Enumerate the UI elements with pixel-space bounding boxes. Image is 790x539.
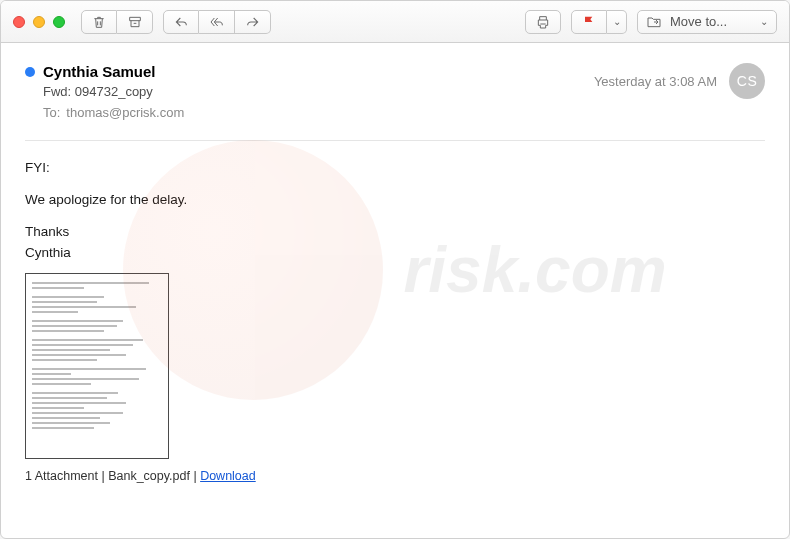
flag-button[interactable] [571, 10, 607, 34]
sender-name[interactable]: Cynthia Samuel [43, 63, 156, 80]
attachment-footer: 1 Attachment | Bank_copy.pdf | Download [25, 469, 765, 483]
reply-icon [173, 14, 189, 30]
print-group [525, 10, 561, 34]
archive-icon [127, 14, 143, 30]
trash-icon [91, 14, 107, 30]
body-line: We apologize for the delay. [25, 191, 765, 210]
download-link[interactable]: Download [200, 469, 256, 483]
header-right: Yesterday at 3:08 AM CS [594, 63, 765, 99]
flag-icon [581, 14, 597, 30]
body-line: FYI: [25, 159, 765, 178]
flag-group: ⌄ [571, 10, 627, 34]
close-window-button[interactable] [13, 16, 25, 28]
to-address[interactable]: thomas@pcrisk.com [66, 105, 184, 120]
chevron-down-icon: ⌄ [613, 16, 621, 27]
timestamp: Yesterday at 3:08 AM [594, 74, 717, 89]
signature-line: Thanks [25, 223, 765, 242]
print-button[interactable] [525, 10, 561, 34]
forward-button[interactable] [235, 10, 271, 34]
header-divider [25, 140, 765, 141]
delete-button[interactable] [81, 10, 117, 34]
document-preview-icon [32, 282, 162, 429]
mail-message-window: ⌄ Move to... ⌄ Cynthia Samuel Fwd: 09473… [0, 0, 790, 539]
header-left: Cynthia Samuel Fwd: 094732_copy To: thom… [25, 63, 594, 120]
minimize-window-button[interactable] [33, 16, 45, 28]
archive-button[interactable] [117, 10, 153, 34]
reply-all-button[interactable] [199, 10, 235, 34]
window-titlebar: ⌄ Move to... ⌄ [1, 1, 789, 43]
message-header: Cynthia Samuel Fwd: 094732_copy To: thom… [25, 63, 765, 120]
reply-button[interactable] [163, 10, 199, 34]
recipients-row: To: thomas@pcrisk.com [43, 105, 594, 120]
flag-menu-button[interactable]: ⌄ [607, 10, 627, 34]
move-to-label: Move to... [670, 14, 752, 29]
zoom-window-button[interactable] [53, 16, 65, 28]
message-body: FYI: We apologize for the delay. Thanks … [25, 159, 765, 263]
reply-all-icon [209, 14, 225, 30]
attachment-thumbnail[interactable] [25, 273, 169, 459]
window-controls [13, 16, 65, 28]
signature-line: Cynthia [25, 244, 765, 263]
delete-archive-group [81, 10, 153, 34]
reply-group [163, 10, 271, 34]
printer-icon [535, 14, 551, 30]
attachment-summary: 1 Attachment | Bank_copy.pdf | [25, 469, 200, 483]
folder-move-icon [646, 14, 662, 30]
message-content: Cynthia Samuel Fwd: 094732_copy To: thom… [1, 43, 789, 538]
unread-indicator [25, 67, 35, 77]
subject-line: Fwd: 094732_copy [43, 84, 594, 99]
sender-row: Cynthia Samuel [25, 63, 594, 80]
to-label: To: [43, 105, 60, 120]
chevron-down-icon: ⌄ [760, 16, 768, 27]
forward-icon [245, 14, 261, 30]
move-to-dropdown[interactable]: Move to... ⌄ [637, 10, 777, 34]
sender-avatar[interactable]: CS [729, 63, 765, 99]
